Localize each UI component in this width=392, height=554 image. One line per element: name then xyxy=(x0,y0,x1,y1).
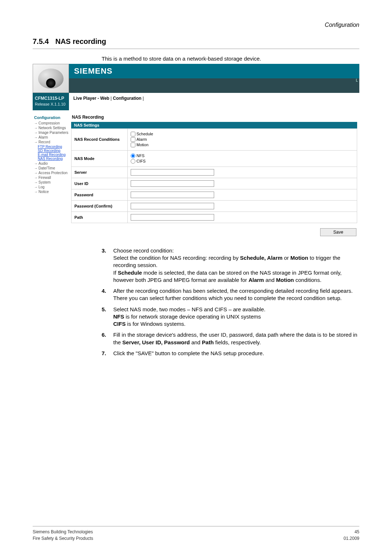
sidebar-item-network[interactable]: Network Settings xyxy=(34,126,68,130)
nas-settings-bar: NAS Settings xyxy=(71,122,357,128)
breadcrumb-sep: | xyxy=(111,96,112,101)
sidebar-title: Configuration xyxy=(34,115,68,120)
sidebar-item-firewall[interactable]: Firewall xyxy=(34,176,68,180)
app-screenshot: SIEMENS L CFMC1315-LP Release X.1.1.10 L… xyxy=(33,64,359,240)
label-password-confirm: Password (Confirm) xyxy=(72,200,128,212)
step-4-num: 4. xyxy=(102,287,113,302)
checkbox-schedule[interactable] xyxy=(131,132,135,136)
instructions: 3. Choose record condition: Select the c… xyxy=(102,247,359,357)
model-name: CFMC1315-LP xyxy=(35,96,67,102)
content-area: NAS Recording NAS Settings NAS Record Co… xyxy=(69,110,359,240)
breadcrumb-config[interactable]: Configuration xyxy=(113,96,142,101)
label-schedule: Schedule xyxy=(136,132,153,136)
content-title: NAS Recording xyxy=(72,115,357,120)
checkbox-alarm[interactable] xyxy=(131,137,135,142)
label-record-conditions: NAS Record Conditions xyxy=(72,128,128,150)
sidebar-sub-nas[interactable]: NAS Recording xyxy=(38,157,68,161)
label-cifs: CIFS xyxy=(136,159,146,163)
radio-cifs[interactable] xyxy=(131,159,135,164)
breadcrumb: Live Player - Web | Configuration | xyxy=(69,93,359,110)
footer-line1: Siemens Building Technologies xyxy=(33,529,93,535)
model-release: Release X.1.1.10 xyxy=(35,102,67,107)
sidebar: Configuration Compression Network Settin… xyxy=(33,110,69,240)
step-5-body: Select NAS mode, two modes – NFS and CIF… xyxy=(113,306,359,328)
section-title: NAS recording xyxy=(55,37,106,45)
camera-thumbnail xyxy=(33,64,69,93)
sidebar-item-audio[interactable]: Audio xyxy=(34,161,68,165)
label-userid: User ID xyxy=(72,178,128,189)
label-server: Server xyxy=(72,167,128,178)
sidebar-sub-email[interactable]: E-mail Recording xyxy=(38,153,68,157)
section-number: 7.5.4 xyxy=(33,37,49,45)
breadcrumb-sep2: | xyxy=(143,96,144,101)
sidebar-item-notice[interactable]: Notice xyxy=(34,190,68,194)
label-motion: Motion xyxy=(136,143,148,147)
settings-table: NAS Record Conditions Schedule Alarm Mot… xyxy=(71,128,357,223)
sidebar-item-log[interactable]: Log xyxy=(34,185,68,189)
sidebar-item-image-params[interactable]: Image Parameters xyxy=(34,131,68,135)
footer-page: 45 xyxy=(344,529,359,535)
input-password[interactable] xyxy=(131,192,214,198)
input-userid[interactable] xyxy=(131,180,214,187)
step-3-body: Choose record condition: Select the cond… xyxy=(113,247,359,284)
doc-header-right: Configuration xyxy=(33,22,359,28)
label-alarm: Alarm xyxy=(136,137,147,141)
step-4-body: After the recording condition has been s… xyxy=(113,287,359,302)
input-password-confirm[interactable] xyxy=(131,203,214,209)
footer-date: 01.2009 xyxy=(344,535,359,542)
model-box: CFMC1315-LP Release X.1.1.10 xyxy=(33,93,69,110)
radio-nfs[interactable] xyxy=(131,153,135,158)
sidebar-sub-ftp[interactable]: FTP Recording xyxy=(38,145,68,149)
sidebar-sub-sd[interactable]: SD Recording xyxy=(38,149,68,153)
breadcrumb-live[interactable]: Live Player - Web xyxy=(73,96,109,101)
sidebar-item-system[interactable]: System xyxy=(34,180,68,184)
input-path[interactable] xyxy=(131,214,214,221)
brand-bar: SIEMENS xyxy=(69,64,359,78)
section-heading: 7.5.4NAS recording xyxy=(33,37,359,49)
step-3-num: 3. xyxy=(102,247,113,284)
sidebar-item-alarm[interactable]: Alarm xyxy=(34,135,68,139)
intro-text: This is a method to store data on a netw… xyxy=(102,56,359,62)
save-button[interactable]: Save xyxy=(320,228,356,236)
step-7-num: 7. xyxy=(102,350,113,357)
step-5-num: 5. xyxy=(102,306,113,328)
footer-line2: Fire Safety & Security Products xyxy=(33,535,93,542)
label-password: Password xyxy=(72,189,128,200)
label-nfs: NFS xyxy=(136,153,144,158)
sidebar-item-datetime[interactable]: Date/Time xyxy=(34,166,68,170)
sidebar-item-record[interactable]: Record xyxy=(34,140,68,144)
label-path: Path xyxy=(72,212,128,223)
step-6-num: 6. xyxy=(102,331,113,346)
step-7-body: Click the "SAVE" button to complete the … xyxy=(113,350,359,357)
step-6-body: Fill in the storage device's address, th… xyxy=(113,331,359,346)
sidebar-item-access[interactable]: Access Protection xyxy=(34,171,68,175)
input-server[interactable] xyxy=(131,169,214,176)
footer: Siemens Building Technologies Fire Safet… xyxy=(33,526,359,542)
checkbox-motion[interactable] xyxy=(131,143,135,147)
dark-strip: L xyxy=(69,78,359,93)
sidebar-item-compression[interactable]: Compression xyxy=(34,121,68,125)
label-nas-mode: NAS Mode xyxy=(72,150,128,167)
